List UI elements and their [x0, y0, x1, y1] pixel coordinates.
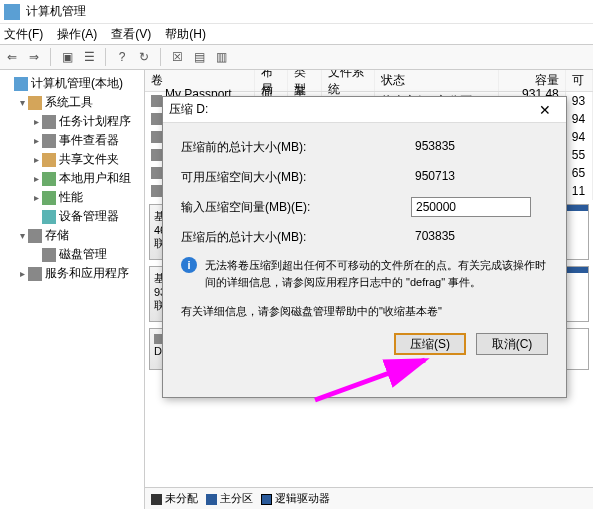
tree-label: 磁盘管理 — [59, 246, 107, 263]
tree-disk-management[interactable]: 磁盘管理 — [2, 245, 142, 264]
tree-services-apps[interactable]: ▸服务和应用程序 — [2, 264, 142, 283]
swatch-icon — [151, 494, 162, 505]
tools-icon — [28, 96, 42, 110]
event-icon — [42, 134, 56, 148]
dialog-title: 压缩 D: — [169, 101, 208, 118]
device-icon — [42, 210, 56, 224]
after-label: 压缩后的总计大小(MB): — [181, 229, 411, 246]
tree-label: 设备管理器 — [59, 208, 119, 225]
refresh-icon[interactable]: ↻ — [136, 49, 152, 65]
tree-label: 存储 — [45, 227, 69, 244]
nav-tree: 计算机管理(本地) ▾系统工具 ▸任务计划程序 ▸事件查看器 ▸共享文件夹 ▸本… — [0, 70, 145, 509]
menu-action[interactable]: 操作(A) — [57, 26, 97, 43]
tree-event-viewer[interactable]: ▸事件查看器 — [2, 131, 142, 150]
tree-device-manager[interactable]: 设备管理器 — [2, 207, 142, 226]
forward-icon[interactable]: ⇒ — [26, 49, 42, 65]
list-icon[interactable]: ☰ — [81, 49, 97, 65]
before-label: 压缩前的总计大小(MB): — [181, 139, 411, 156]
input-label: 输入压缩空间量(MB)(E): — [181, 199, 411, 216]
back-icon[interactable]: ⇐ — [4, 49, 20, 65]
volume-free: 93 — [566, 92, 593, 110]
menu-help[interactable]: 帮助(H) — [165, 26, 206, 43]
legend-label: 逻辑驱动器 — [275, 492, 330, 504]
prop-icon[interactable]: ☒ — [169, 49, 185, 65]
separator — [50, 48, 51, 66]
tree-label: 服务和应用程序 — [45, 265, 129, 282]
info-text: 无法将卷压缩到超出任何不可移动的文件所在的点。有关完成该操作时间的详细信息，请参… — [205, 257, 548, 290]
before-value: 953835 — [411, 137, 531, 157]
legend-item: 未分配 — [151, 491, 198, 506]
col-filesystem[interactable]: 文件系统 — [322, 70, 375, 91]
col-status[interactable]: 状态 — [375, 70, 499, 91]
shrink-dialog: 压缩 D: ✕ 压缩前的总计大小(MB): 953835 可用压缩空间大小(MB… — [162, 96, 567, 398]
avail-value: 950713 — [411, 167, 531, 187]
volume-free: 65 — [566, 164, 593, 182]
tree-storage[interactable]: ▾存储 — [2, 226, 142, 245]
help-icon[interactable]: ? — [114, 49, 130, 65]
volume-free: 55 — [566, 146, 593, 164]
services-icon — [28, 267, 42, 281]
computer-icon — [14, 77, 28, 91]
tree-label: 计算机管理(本地) — [31, 75, 123, 92]
shrink-amount-input[interactable] — [411, 197, 531, 217]
col-free[interactable]: 可 — [566, 70, 593, 91]
clock-icon — [42, 115, 56, 129]
info-icon: i — [181, 257, 197, 273]
tree-label: 共享文件夹 — [59, 151, 119, 168]
storage-icon — [28, 229, 42, 243]
tree-label: 性能 — [59, 189, 83, 206]
tree-label: 任务计划程序 — [59, 113, 131, 130]
legend-label: 主分区 — [220, 492, 253, 504]
legend-bar: 未分配 主分区 逻辑驱动器 — [145, 487, 593, 509]
tree-system-tools[interactable]: ▾系统工具 — [2, 93, 142, 112]
avail-label: 可用压缩空间大小(MB): — [181, 169, 411, 186]
disk-icon — [42, 248, 56, 262]
after-value: 703835 — [411, 227, 531, 247]
view-icon[interactable]: ▥ — [213, 49, 229, 65]
tree-root[interactable]: 计算机管理(本地) — [2, 74, 142, 93]
volume-free: 94 — [566, 110, 593, 128]
tree-local-users[interactable]: ▸本地用户和组 — [2, 169, 142, 188]
folder-icon — [42, 153, 56, 167]
swatch-icon — [206, 494, 217, 505]
separator — [160, 48, 161, 66]
legend-item: 主分区 — [206, 491, 253, 506]
tree-task-scheduler[interactable]: ▸任务计划程序 — [2, 112, 142, 131]
tree-label: 系统工具 — [45, 94, 93, 111]
dialog-titlebar: 压缩 D: ✕ — [163, 97, 566, 123]
menu-view[interactable]: 查看(V) — [111, 26, 151, 43]
tree-label: 事件查看器 — [59, 132, 119, 149]
volume-free: 94 — [566, 128, 593, 146]
settings-icon[interactable]: ▤ — [191, 49, 207, 65]
app-icon — [4, 4, 20, 20]
info-panel: i 无法将卷压缩到超出任何不可移动的文件所在的点。有关完成该操作时间的详细信息，… — [181, 257, 548, 290]
separator — [105, 48, 106, 66]
close-icon[interactable]: ✕ — [530, 102, 560, 118]
tree-label: 本地用户和组 — [59, 170, 131, 187]
legend-item: 逻辑驱动器 — [261, 491, 330, 506]
window-title: 计算机管理 — [26, 3, 86, 20]
perf-icon — [42, 191, 56, 205]
cancel-button[interactable]: 取消(C) — [476, 333, 548, 355]
shrink-button[interactable]: 压缩(S) — [394, 333, 466, 355]
legend-label: 未分配 — [165, 492, 198, 504]
menu-file[interactable]: 文件(F) — [4, 26, 43, 43]
toolbar: ⇐ ⇒ ▣ ☰ ? ↻ ☒ ▤ ▥ — [0, 44, 593, 70]
swatch-icon — [261, 494, 272, 505]
help-link-text: 有关详细信息，请参阅磁盘管理帮助中的"收缩基本卷" — [181, 304, 548, 319]
menubar: 文件(F) 操作(A) 查看(V) 帮助(H) — [0, 24, 593, 44]
volume-icon — [151, 95, 162, 107]
volume-free: 11 — [566, 182, 593, 200]
tree-performance[interactable]: ▸性能 — [2, 188, 142, 207]
up-icon[interactable]: ▣ — [59, 49, 75, 65]
tree-shared-folders[interactable]: ▸共享文件夹 — [2, 150, 142, 169]
window-titlebar: 计算机管理 — [0, 0, 593, 24]
users-icon — [42, 172, 56, 186]
